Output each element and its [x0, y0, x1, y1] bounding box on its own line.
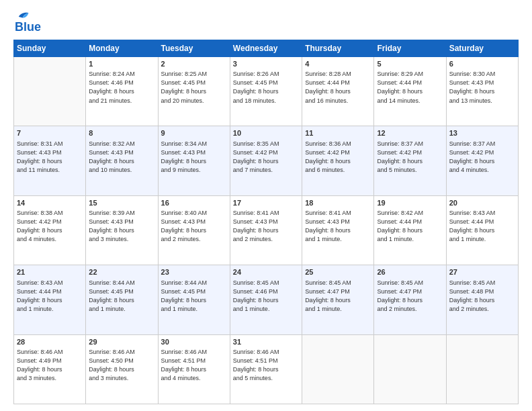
day-info: Sunrise: 8:46 AMSunset: 4:50 PMDaylight:… — [89, 348, 154, 383]
calendar-cell: 23Sunrise: 8:44 AMSunset: 4:45 PMDayligh… — [158, 265, 230, 334]
day-info: Sunrise: 8:34 AMSunset: 4:43 PMDaylight:… — [161, 140, 227, 175]
day-info: Sunrise: 8:45 AMSunset: 4:47 PMDaylight:… — [305, 279, 371, 314]
day-number: 4 — [305, 59, 371, 69]
calendar-week-5: 28Sunrise: 8:46 AMSunset: 4:49 PMDayligh… — [14, 334, 519, 404]
day-number: 21 — [17, 267, 83, 277]
day-info: Sunrise: 8:45 AMSunset: 4:48 PMDaylight:… — [449, 279, 515, 314]
header: Blue — [13, 11, 519, 34]
calendar-cell: 12Sunrise: 8:37 AMSunset: 4:42 PMDayligh… — [374, 126, 446, 195]
calendar-cell: 4Sunrise: 8:28 AMSunset: 4:44 PMDaylight… — [302, 57, 374, 126]
weekday-monday: Monday — [86, 40, 158, 57]
day-info: Sunrise: 8:24 AMSunset: 4:46 PMDaylight:… — [89, 70, 154, 105]
day-number: 22 — [89, 267, 154, 277]
calendar-week-3: 14Sunrise: 8:38 AMSunset: 4:42 PMDayligh… — [14, 195, 519, 265]
day-info: Sunrise: 8:40 AMSunset: 4:43 PMDaylight:… — [161, 209, 227, 244]
calendar-cell: 17Sunrise: 8:41 AMSunset: 4:43 PMDayligh… — [230, 195, 302, 265]
calendar-cell — [374, 334, 446, 404]
day-number: 27 — [449, 267, 515, 277]
day-number: 14 — [17, 198, 83, 208]
day-info: Sunrise: 8:44 AMSunset: 4:45 PMDaylight:… — [161, 279, 227, 314]
day-number: 23 — [161, 267, 227, 277]
calendar-cell: 2Sunrise: 8:25 AMSunset: 4:45 PMDaylight… — [158, 57, 230, 126]
calendar-cell: 6Sunrise: 8:30 AMSunset: 4:43 PMDaylight… — [446, 57, 518, 126]
logo: Blue — [13, 11, 41, 34]
weekday-tuesday: Tuesday — [158, 40, 230, 57]
day-number: 2 — [161, 59, 227, 69]
day-number: 19 — [377, 198, 443, 208]
calendar-cell: 18Sunrise: 8:41 AMSunset: 4:43 PMDayligh… — [302, 195, 374, 265]
calendar-cell — [446, 334, 518, 404]
calendar-cell: 14Sunrise: 8:38 AMSunset: 4:42 PMDayligh… — [14, 195, 86, 265]
day-info: Sunrise: 8:38 AMSunset: 4:42 PMDaylight:… — [17, 209, 83, 244]
calendar-cell: 31Sunrise: 8:46 AMSunset: 4:51 PMDayligh… — [230, 334, 302, 404]
day-number: 1 — [89, 59, 154, 69]
day-info: Sunrise: 8:46 AMSunset: 4:49 PMDaylight:… — [17, 348, 83, 383]
day-number: 7 — [17, 128, 83, 138]
calendar-cell: 8Sunrise: 8:32 AMSunset: 4:43 PMDaylight… — [86, 126, 158, 195]
day-number: 31 — [233, 337, 299, 347]
day-number: 29 — [89, 337, 154, 347]
calendar-cell: 27Sunrise: 8:45 AMSunset: 4:48 PMDayligh… — [446, 265, 518, 334]
calendar-cell: 5Sunrise: 8:29 AMSunset: 4:44 PMDaylight… — [374, 57, 446, 126]
calendar-cell: 1Sunrise: 8:24 AMSunset: 4:46 PMDaylight… — [86, 57, 158, 126]
calendar-week-4: 21Sunrise: 8:43 AMSunset: 4:44 PMDayligh… — [14, 265, 519, 334]
calendar-cell: 20Sunrise: 8:43 AMSunset: 4:44 PMDayligh… — [446, 195, 518, 265]
day-info: Sunrise: 8:28 AMSunset: 4:44 PMDaylight:… — [305, 70, 371, 105]
day-number: 13 — [449, 128, 515, 138]
calendar-cell: 22Sunrise: 8:44 AMSunset: 4:45 PMDayligh… — [86, 265, 158, 334]
calendar-cell: 10Sunrise: 8:35 AMSunset: 4:42 PMDayligh… — [230, 126, 302, 195]
calendar-cell: 21Sunrise: 8:43 AMSunset: 4:44 PMDayligh… — [14, 265, 86, 334]
day-info: Sunrise: 8:37 AMSunset: 4:42 PMDaylight:… — [449, 140, 515, 175]
day-info: Sunrise: 8:32 AMSunset: 4:43 PMDaylight:… — [89, 140, 154, 175]
calendar-cell: 9Sunrise: 8:34 AMSunset: 4:43 PMDaylight… — [158, 126, 230, 195]
calendar-cell: 28Sunrise: 8:46 AMSunset: 4:49 PMDayligh… — [14, 334, 86, 404]
calendar-week-1: 1Sunrise: 8:24 AMSunset: 4:46 PMDaylight… — [14, 57, 519, 126]
day-info: Sunrise: 8:39 AMSunset: 4:43 PMDaylight:… — [89, 209, 154, 244]
page: Blue SundayMondayTuesdayWednesdayThursda… — [0, 0, 532, 411]
day-info: Sunrise: 8:46 AMSunset: 4:51 PMDaylight:… — [161, 348, 227, 383]
calendar-week-2: 7Sunrise: 8:31 AMSunset: 4:43 PMDaylight… — [14, 126, 519, 195]
day-number: 26 — [377, 267, 443, 277]
day-info: Sunrise: 8:41 AMSunset: 4:43 PMDaylight:… — [305, 209, 371, 244]
day-number: 16 — [161, 198, 227, 208]
day-info: Sunrise: 8:26 AMSunset: 4:45 PMDaylight:… — [233, 70, 299, 105]
calendar-cell — [14, 57, 86, 126]
day-number: 17 — [233, 198, 299, 208]
day-number: 8 — [89, 128, 154, 138]
day-info: Sunrise: 8:42 AMSunset: 4:44 PMDaylight:… — [377, 209, 443, 244]
day-number: 25 — [305, 267, 371, 277]
calendar-cell: 15Sunrise: 8:39 AMSunset: 4:43 PMDayligh… — [86, 195, 158, 265]
day-info: Sunrise: 8:44 AMSunset: 4:45 PMDaylight:… — [89, 279, 154, 314]
day-number: 24 — [233, 267, 299, 277]
day-info: Sunrise: 8:29 AMSunset: 4:44 PMDaylight:… — [377, 70, 443, 105]
calendar-cell: 30Sunrise: 8:46 AMSunset: 4:51 PMDayligh… — [158, 334, 230, 404]
logo-blue: Blue — [15, 20, 41, 34]
day-number: 6 — [449, 59, 515, 69]
calendar-cell: 26Sunrise: 8:45 AMSunset: 4:47 PMDayligh… — [374, 265, 446, 334]
weekday-wednesday: Wednesday — [230, 40, 302, 57]
calendar-cell: 16Sunrise: 8:40 AMSunset: 4:43 PMDayligh… — [158, 195, 230, 265]
day-info: Sunrise: 8:35 AMSunset: 4:42 PMDaylight:… — [233, 140, 299, 175]
calendar-cell: 24Sunrise: 8:45 AMSunset: 4:46 PMDayligh… — [230, 265, 302, 334]
calendar-cell: 19Sunrise: 8:42 AMSunset: 4:44 PMDayligh… — [374, 195, 446, 265]
day-number: 11 — [305, 128, 371, 138]
day-info: Sunrise: 8:41 AMSunset: 4:43 PMDaylight:… — [233, 209, 299, 244]
weekday-thursday: Thursday — [302, 40, 374, 57]
weekday-sunday: Sunday — [14, 40, 86, 57]
day-info: Sunrise: 8:36 AMSunset: 4:42 PMDaylight:… — [305, 140, 371, 175]
day-info: Sunrise: 8:45 AMSunset: 4:46 PMDaylight:… — [233, 279, 299, 314]
calendar-cell: 3Sunrise: 8:26 AMSunset: 4:45 PMDaylight… — [230, 57, 302, 126]
weekday-friday: Friday — [374, 40, 446, 57]
day-number: 9 — [161, 128, 227, 138]
day-number: 28 — [17, 337, 83, 347]
day-number: 5 — [377, 59, 443, 69]
day-number: 15 — [89, 198, 154, 208]
calendar-cell: 11Sunrise: 8:36 AMSunset: 4:42 PMDayligh… — [302, 126, 374, 195]
day-number: 20 — [449, 198, 515, 208]
calendar-table: SundayMondayTuesdayWednesdayThursdayFrid… — [13, 40, 519, 404]
day-number: 10 — [233, 128, 299, 138]
calendar-cell: 13Sunrise: 8:37 AMSunset: 4:42 PMDayligh… — [446, 126, 518, 195]
day-number: 12 — [377, 128, 443, 138]
day-info: Sunrise: 8:31 AMSunset: 4:43 PMDaylight:… — [17, 140, 83, 175]
calendar-cell: 7Sunrise: 8:31 AMSunset: 4:43 PMDaylight… — [14, 126, 86, 195]
